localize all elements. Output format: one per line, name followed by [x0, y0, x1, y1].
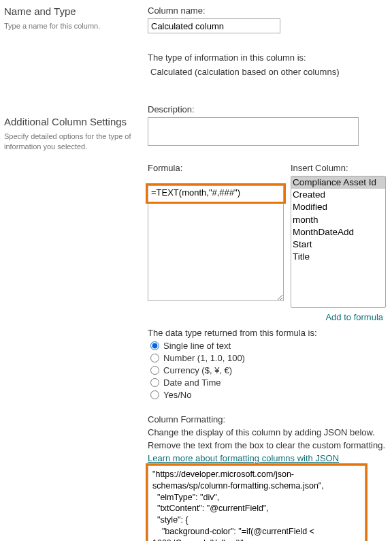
formula-textarea[interactable]: =TEXT(month,"#,###") — [148, 185, 284, 301]
radio-input[interactable] — [150, 354, 159, 362]
column-formatting-line1: Change the display of this column by add… — [148, 427, 386, 439]
add-to-formula-link[interactable]: Add to formula — [325, 312, 383, 322]
list-item[interactable]: month — [291, 214, 385, 226]
column-formatting-heading: Column Formatting: — [148, 414, 386, 424]
radio-input[interactable] — [150, 366, 159, 375]
formula-label: Formula: — [148, 163, 284, 173]
list-item[interactable]: Title — [291, 251, 385, 263]
radio-label: Date and Time — [163, 377, 221, 388]
radio-label: Currency ($, ¥, €) — [163, 365, 232, 375]
list-item[interactable]: Start — [291, 238, 385, 251]
type-info-label: The type of information in this column i… — [148, 52, 386, 63]
list-item[interactable]: Modified — [291, 201, 385, 213]
column-name-label: Column name: — [148, 5, 386, 16]
list-item[interactable]: MonthDateAdd — [291, 226, 385, 238]
radio-currency[interactable]: Currency ($, ¥, €) — [150, 365, 386, 375]
section-additional-help: Specify detailed options for the type of… — [4, 132, 144, 152]
description-textarea[interactable] — [148, 117, 359, 146]
radio-number[interactable]: Number (1, 1.0, 100) — [150, 353, 386, 363]
radio-single-line-text[interactable]: Single line of text — [150, 341, 386, 351]
insert-column-label: Insert Column: — [291, 163, 386, 173]
type-info-value: Calculated (calculation based on other c… — [150, 67, 386, 77]
section-additional-heading: Additional Column Settings — [4, 116, 144, 127]
section-name-type-heading: Name and Type — [4, 5, 144, 17]
column-name-input[interactable] — [148, 18, 280, 33]
column-formatting-line2: Remove the text from the box to clear th… — [148, 440, 386, 452]
column-formatting-json-textarea[interactable]: "https://developer.microsoft.com/json-sc… — [148, 465, 365, 541]
list-item[interactable]: Created — [291, 189, 385, 201]
radio-label: Yes/No — [163, 390, 191, 400]
radio-input[interactable] — [150, 390, 159, 399]
section-name-type-help: Type a name for this column. — [4, 21, 144, 31]
list-item[interactable]: Compliance Asset Id — [291, 176, 385, 189]
radio-label: Single line of text — [163, 341, 231, 351]
radio-label: Number (1, 1.0, 100) — [163, 353, 245, 363]
learn-more-json-link[interactable]: Learn more about formatting columns with… — [148, 453, 339, 463]
description-label: Description: — [148, 104, 386, 114]
radio-input[interactable] — [150, 341, 159, 350]
radio-yes-no[interactable]: Yes/No — [150, 390, 386, 400]
radio-date-time[interactable]: Date and Time — [150, 377, 386, 388]
return-type-label: The data type returned from this formula… — [148, 328, 386, 338]
insert-column-list[interactable]: Compliance Asset Id Created Modified mon… — [291, 176, 386, 308]
radio-input[interactable] — [150, 378, 159, 387]
